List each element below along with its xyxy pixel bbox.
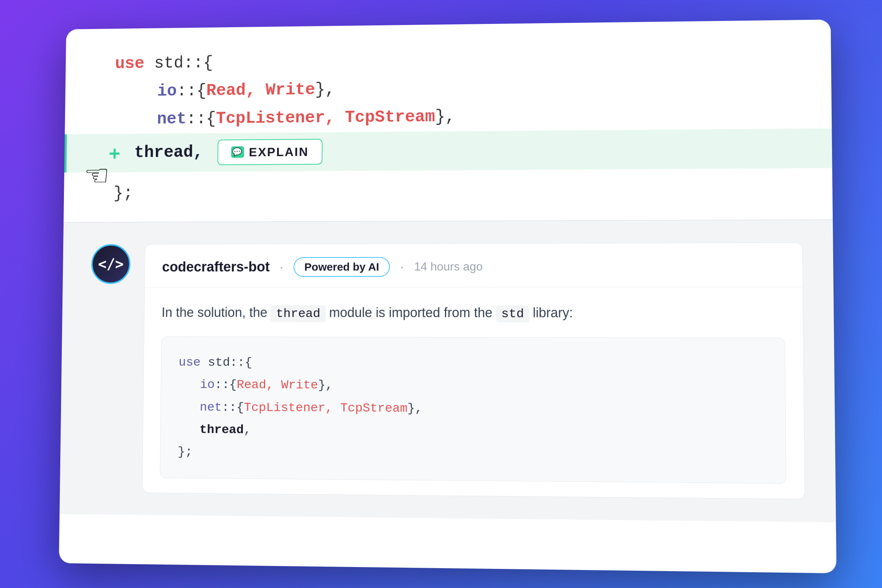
main-window: use std::{ io::{Read, Write}, net::{TcpL… — [59, 20, 836, 573]
code-io: io — [157, 82, 177, 101]
avatar-label: </> — [98, 256, 123, 272]
code-editor-section: use std::{ io::{Read, Write}, net::{TcpL… — [64, 20, 833, 223]
code-block: use std::{ io::{Read, Write}, net::{TcpL… — [114, 42, 779, 134]
separator-dot-2: · — [400, 259, 404, 274]
time-ago-label: 14 hours ago — [414, 260, 483, 273]
snippet-thread: thread — [200, 423, 244, 437]
cursor-hand-icon: ☞ — [84, 158, 110, 192]
closing-brace: }; — [113, 184, 133, 202]
explain-button[interactable]: 💬 EXPLAIN — [217, 138, 322, 165]
code-snippet-block: use std::{ io::{Read, Write}, net::{TcpL… — [160, 337, 786, 484]
inline-code-thread: thread — [271, 305, 326, 322]
response-body: In the solution, the thread module is im… — [142, 287, 805, 499]
explanation-text: In the solution, the thread module is im… — [161, 302, 784, 324]
code-net: net — [157, 110, 187, 129]
snippet-io: io — [200, 378, 214, 392]
explain-button-label: EXPLAIN — [249, 144, 309, 159]
thread-code: thread, — [134, 143, 203, 162]
bot-name: codecrafters-bot — [162, 259, 270, 275]
code-line-1-rest: std::{ — [144, 54, 213, 73]
response-header: codecrafters-bot · Powered by AI · 14 ho… — [145, 243, 802, 287]
response-section: </> codecrafters-bot · Powered by AI · 1… — [60, 220, 836, 523]
snippet-net: net — [200, 400, 222, 414]
snippet-read-write: Read, Write — [237, 378, 318, 393]
code-line-3: net::{TcpListener, TcpStream}, — [114, 100, 779, 134]
keyword-use: use — [115, 54, 144, 73]
snippet-line-1: use std::{ — [178, 351, 766, 376]
ai-powered-badge: Powered by AI — [294, 257, 390, 277]
code-tcp: TcpListener, TcpStream — [216, 108, 435, 128]
separator-dot-1: · — [280, 260, 284, 275]
chat-bubble-icon: 💬 — [231, 146, 244, 158]
code-read-write: Read, Write — [206, 81, 315, 100]
snippet-line-2: io::{Read, Write}, — [178, 374, 767, 399]
explanation-middle: module is imported from the — [325, 305, 496, 320]
snippet-tcp: TcpListener, TcpStream — [244, 400, 408, 415]
code-closing-line: }; — [113, 168, 780, 208]
highlighted-line: + thread, 💬 EXPLAIN ☞ — [64, 128, 832, 172]
explanation-suffix: library: — [529, 305, 573, 320]
response-card: codecrafters-bot · Powered by AI · 14 ho… — [142, 243, 805, 500]
explanation-prefix: In the solution, the — [162, 304, 271, 320]
snippet-use-keyword: use — [178, 356, 201, 369]
diff-plus-sign: + — [109, 142, 120, 164]
snippet-line-5: }; — [177, 441, 767, 468]
snippet-line-4: thread, — [178, 418, 767, 445]
snippet-line-3: net::{TcpListener, TcpStream}, — [178, 396, 767, 422]
bot-avatar: </> — [91, 244, 131, 284]
inline-code-std: std — [496, 305, 529, 322]
